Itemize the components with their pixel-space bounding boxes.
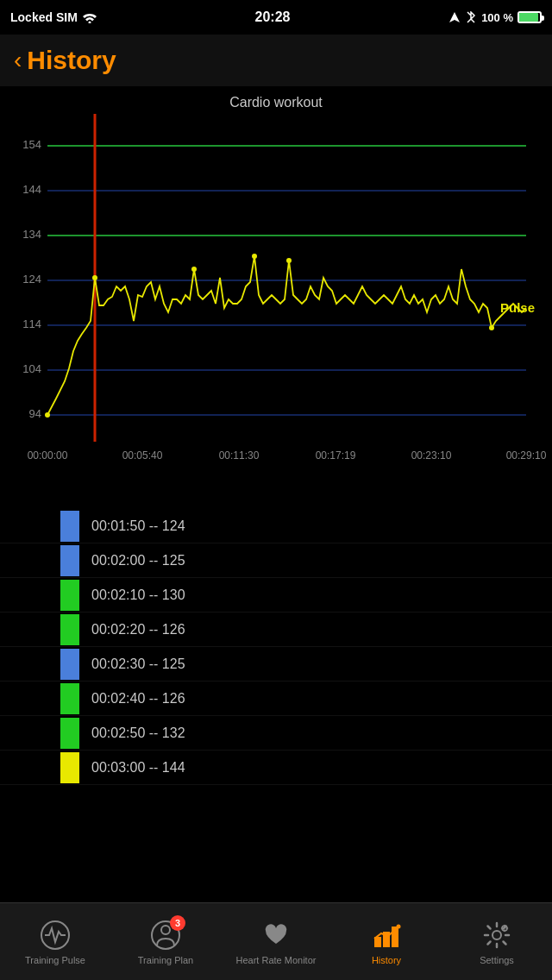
list-item: 00:02:10 -- 130	[0, 578, 552, 612]
chart-title: Cardio workout	[0, 86, 552, 114]
tab-label-heart-rate: Heart Rate Monitor	[236, 955, 317, 965]
svg-text:00:11:30: 00:11:30	[219, 449, 260, 462]
svg-point-0	[88, 22, 91, 24]
settings-icon	[480, 919, 513, 952]
list-entry-text: 00:02:20 -- 126	[91, 622, 185, 638]
svg-text:00:17:19: 00:17:19	[316, 449, 356, 462]
list-entry-text: 00:02:10 -- 130	[91, 587, 185, 603]
tab-label-history: History	[372, 955, 401, 965]
data-list: 00:01:50 -- 124 00:02:00 -- 125 00:02:10…	[0, 509, 552, 794]
list-entry-text: 00:01:50 -- 124	[91, 518, 185, 534]
page-title: History	[27, 46, 116, 75]
list-color-indicator	[60, 614, 79, 645]
svg-point-39	[397, 924, 401, 928]
list-color-indicator	[60, 649, 79, 680]
svg-text:00:00:00: 00:00:00	[28, 449, 68, 462]
svg-point-26	[489, 325, 494, 330]
tab-training-pulse[interactable]: Training Pulse	[0, 919, 110, 965]
status-bar: Locked SIM 20:28 100 %	[0, 0, 552, 35]
svg-marker-1	[449, 12, 460, 22]
tab-label-training-plan: Training Plan	[138, 955, 193, 965]
tab-label-training-pulse: Training Pulse	[25, 955, 85, 965]
svg-text:00:05:40: 00:05:40	[122, 449, 163, 462]
list-item: 00:01:50 -- 124	[0, 509, 552, 543]
badge-training-plan: 3	[170, 915, 185, 931]
bluetooth-icon	[465, 11, 477, 23]
carrier-label: Locked SIM	[10, 10, 78, 24]
list-color-indicator	[60, 752, 79, 783]
tab-label-settings: Settings	[480, 955, 514, 965]
list-item: 00:02:00 -- 125	[0, 543, 552, 578]
battery-indicator	[518, 11, 542, 23]
history-icon	[370, 919, 403, 952]
list-entry-text: 00:02:40 -- 126	[91, 691, 185, 707]
list-entry-text: 00:03:00 -- 144	[91, 760, 185, 776]
svg-point-22	[92, 275, 97, 280]
svg-text:154: 154	[22, 138, 41, 151]
list-color-indicator	[60, 580, 79, 611]
header: ‹ History	[0, 35, 552, 86]
svg-text:124: 124	[22, 273, 41, 286]
list-color-indicator	[60, 683, 79, 714]
battery-label: 100 %	[481, 11, 513, 24]
list-color-indicator	[60, 718, 79, 749]
svg-point-24	[252, 254, 257, 259]
svg-point-40	[492, 931, 501, 939]
tab-settings[interactable]: Settings	[442, 919, 552, 965]
svg-text:134: 134	[22, 228, 41, 241]
svg-point-25	[286, 258, 292, 263]
pulse-icon	[39, 919, 72, 952]
svg-text:94: 94	[29, 407, 41, 420]
svg-text:104: 104	[22, 362, 41, 375]
svg-point-23	[191, 267, 197, 272]
list-color-indicator	[60, 545, 79, 576]
plan-icon: 3	[149, 919, 182, 952]
svg-text:00:23:10: 00:23:10	[411, 449, 452, 462]
svg-text:114: 114	[22, 317, 41, 330]
list-entry-text: 00:02:00 -- 125	[91, 553, 185, 569]
list-item: 00:03:00 -- 144	[0, 751, 552, 785]
wifi-icon	[83, 11, 97, 23]
back-button[interactable]: ‹	[14, 48, 22, 72]
svg-point-21	[45, 412, 50, 418]
list-entry-text: 00:02:30 -- 125	[91, 656, 185, 672]
status-left: Locked SIM	[10, 10, 97, 24]
tab-heart-rate[interactable]: Heart Rate Monitor	[221, 919, 331, 965]
status-right: 100 %	[448, 11, 542, 24]
time-display: 20:28	[255, 9, 291, 25]
heart-icon	[260, 919, 292, 952]
tab-bar: Training Pulse 3 Training Plan Heart Rat…	[0, 902, 552, 980]
list-item: 00:02:20 -- 126	[0, 612, 552, 647]
svg-text:00:29:10: 00:29:10	[506, 449, 547, 462]
list-item: 00:02:40 -- 126	[0, 682, 552, 716]
chart-container: Cardio workout 154 144 134 124 114 104 9…	[0, 86, 552, 509]
list-item: 00:02:50 -- 132	[0, 716, 552, 751]
chart-svg: 154 144 134 124 114 104 94 Pulse	[0, 114, 552, 485]
list-item: 00:02:30 -- 125	[0, 647, 552, 682]
list-entry-text: 00:02:50 -- 132	[91, 726, 185, 741]
svg-text:144: 144	[22, 183, 41, 196]
svg-point-35	[161, 926, 170, 934]
tab-training-plan[interactable]: 3 Training Plan	[110, 919, 221, 965]
tab-history[interactable]: History	[331, 919, 442, 965]
location-icon	[448, 11, 461, 23]
list-color-indicator	[60, 511, 79, 542]
chart-area[interactable]: 154 144 134 124 114 104 94 Pulse	[0, 114, 552, 493]
